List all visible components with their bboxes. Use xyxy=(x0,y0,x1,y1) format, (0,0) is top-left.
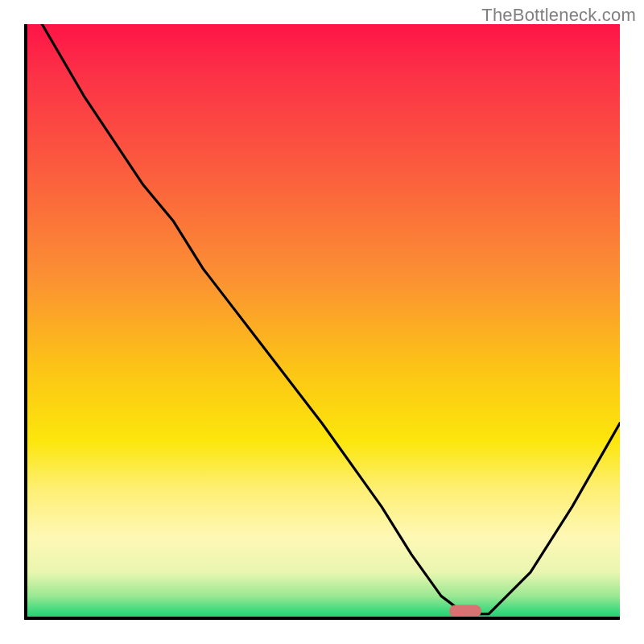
curve-svg xyxy=(24,24,620,620)
y-axis xyxy=(24,24,27,620)
bottleneck-chart: TheBottleneck.com xyxy=(0,0,644,644)
x-axis xyxy=(24,617,620,620)
watermark-text: TheBottleneck.com xyxy=(481,5,636,26)
bottleneck-curve-path xyxy=(42,24,620,614)
plot-area xyxy=(24,24,620,620)
optimal-marker xyxy=(449,605,481,617)
